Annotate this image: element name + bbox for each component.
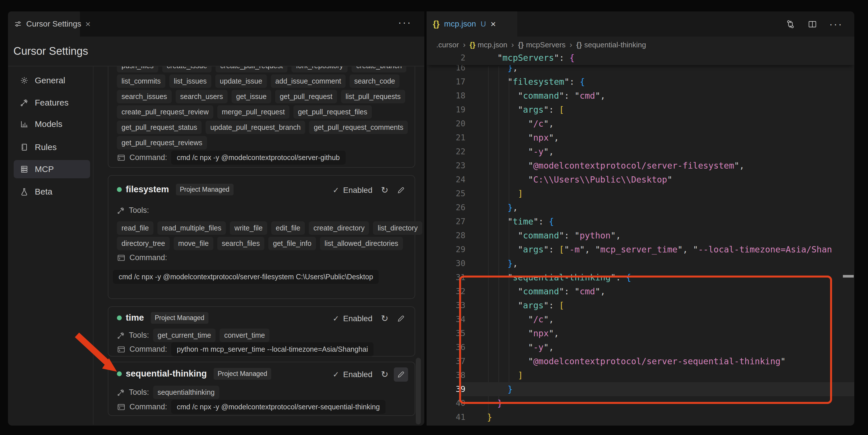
annotation-arrow (68, 325, 125, 382)
settings-scrollbar[interactable] (416, 358, 421, 425)
code-line[interactable]: 35"npx", (445, 326, 559, 340)
terminal-icon (117, 153, 125, 162)
breadcrumb-item[interactable]: {}mcp.json (470, 40, 507, 49)
code-line[interactable]: 28"command": "python", (445, 228, 621, 243)
beaker-icon (20, 187, 29, 196)
code-line[interactable]: 38] (445, 368, 523, 382)
refresh-icon[interactable]: ↻ (381, 313, 389, 324)
line-number: 19 (445, 105, 465, 114)
code-line[interactable]: 2"mcpServers": { (445, 51, 575, 65)
editor-panel[interactable]: .cursor›{}mcp.json›{}mcpServers›{}sequen… (427, 36, 854, 426)
enabled-toggle[interactable]: Enabled (343, 314, 372, 323)
line-number: 2 (445, 53, 465, 62)
code-line[interactable]: 37"@modelcontextprotocol/server-sequenti… (445, 354, 785, 368)
more-actions-icon[interactable]: ··· (398, 17, 412, 29)
json-file-icon: {} (433, 19, 439, 29)
tab-filename: mcp.json (444, 20, 476, 29)
code-line[interactable]: 21"npx", (445, 131, 559, 145)
edit-pencil-icon[interactable] (397, 186, 405, 194)
code-line[interactable]: 18"command": "cmd", (445, 89, 606, 103)
edit-pencil-icon[interactable] (394, 367, 408, 382)
code-line[interactable]: 33"args": [ (445, 298, 564, 312)
chevron-right-icon: › (462, 40, 466, 49)
code-line[interactable]: 40} (445, 396, 502, 410)
app-window: Cursor Settings × ··· Cursor Settings Ge… (0, 0, 868, 435)
tool-chip-row: get_pull_request_statusupdate_pull_reque… (117, 121, 408, 134)
code-line[interactable]: 34"/c", (445, 312, 554, 326)
overview-ruler-marker (843, 275, 854, 278)
mcp-server-card-time: time Project Managed ✓ Enabled ↻ Tools: (108, 306, 415, 356)
refresh-icon[interactable]: ↻ (381, 369, 389, 380)
sidebar-item-mcp[interactable]: MCP (14, 160, 90, 178)
code-line[interactable]: 20"/c", (445, 117, 554, 131)
enabled-toggle[interactable]: Enabled (343, 186, 372, 195)
code-line[interactable]: 31"sequential-thinking": { (445, 271, 631, 284)
json-braces-icon: {} (470, 40, 475, 49)
settings-tab-strip: Cursor Settings × ··· (8, 11, 424, 36)
enabled-toggle[interactable]: Enabled (343, 370, 372, 379)
sidebar-item-label: MCP (35, 164, 54, 174)
code-line[interactable]: 24"C:\\Users\\Public\\Desktop" (445, 173, 672, 187)
line-number: 31 (445, 273, 465, 282)
sidebar-item-rules[interactable]: Rules (14, 138, 90, 156)
open-changes-icon[interactable] (785, 19, 796, 29)
breadcrumb-item[interactable]: .cursor (436, 40, 459, 49)
sidebar-item-label: Beta (35, 187, 53, 196)
sticky-scroll-line[interactable]: 2"mcpServers": { (427, 51, 854, 65)
editor-tab-strip: {} mcp.json U × ··· (427, 11, 854, 36)
tool-chip: fork_repository (291, 66, 348, 72)
line-number: 30 (445, 259, 465, 268)
code-line[interactable]: 30}, (445, 256, 518, 271)
line-number: 40 (445, 399, 465, 408)
code-line[interactable]: 32"command": "cmd", (445, 284, 606, 298)
tools-icon (20, 98, 29, 107)
code-line[interactable]: 26}, (445, 200, 518, 215)
line-number: 32 (445, 287, 465, 296)
split-editor-icon[interactable] (808, 20, 817, 29)
tool-chip: push_files (117, 66, 158, 72)
code-line[interactable]: 23"@modelcontextprotocol/server-filesyst… (445, 159, 745, 173)
tool-chip: search_issues (117, 90, 172, 103)
line-number: 25 (445, 189, 465, 198)
code-line[interactable]: 25] (445, 187, 523, 200)
tool-chip: get_pull_request (275, 90, 337, 103)
tool-chip: write_file (230, 221, 267, 235)
tool-chip: get_pull_request_reviews (117, 136, 207, 150)
code-line[interactable]: 41} (445, 410, 492, 424)
tool-chip: get_pull_request_comments (309, 121, 408, 134)
sliders-icon (14, 20, 22, 28)
line-number: 24 (445, 175, 465, 184)
sidebar-item-label: Features (35, 98, 68, 107)
tab-mcp-json[interactable]: {} mcp.json U × (427, 11, 517, 36)
tool-chip: get_pull_request_files (293, 105, 372, 119)
breadcrumb-item[interactable]: {}sequential-thinking (576, 40, 646, 49)
edit-pencil-icon[interactable] (397, 315, 405, 322)
tab-cursor-settings[interactable]: Cursor Settings × (8, 11, 80, 36)
code-line[interactable]: 29"args": ["-m", "mcp_server_time", "--l… (445, 243, 832, 256)
code-line[interactable]: 36"-y", (445, 340, 554, 354)
close-icon[interactable]: × (85, 20, 91, 29)
tool-chip: create_issue (162, 66, 212, 72)
git-status-badge: U (480, 20, 486, 29)
more-actions-icon[interactable]: ··· (829, 18, 843, 30)
code-line[interactable]: 17"filesystem": { (445, 75, 585, 89)
tool-chip: search_code (350, 74, 400, 88)
chevron-right-icon: › (569, 40, 572, 49)
code-line[interactable]: 27"time": { (445, 215, 554, 228)
chevron-right-icon: › (511, 40, 515, 49)
mcp-server-card-sequential-thinking: sequential-thinking Project Managed ✓ En… (108, 362, 415, 416)
page-title: Cursor Settings (13, 45, 88, 57)
sidebar-item-models[interactable]: Models (14, 116, 90, 133)
sidebar-item-features[interactable]: Features (14, 94, 90, 111)
refresh-icon[interactable]: ↻ (381, 185, 389, 195)
code-line[interactable]: 19"args": [ (445, 103, 564, 117)
tool-chip: list_directory (373, 221, 422, 235)
close-icon[interactable]: × (491, 19, 496, 29)
breadcrumb-item[interactable]: {}mcpServers (518, 40, 565, 49)
sidebar-item-general[interactable]: General (14, 72, 90, 89)
tool-chip: update_issue (215, 74, 267, 88)
code-line[interactable]: 39} (445, 382, 513, 396)
sidebar-item-beta[interactable]: Beta (14, 183, 90, 200)
line-number: 20 (445, 119, 465, 128)
code-line[interactable]: 22"-y", (445, 145, 554, 159)
